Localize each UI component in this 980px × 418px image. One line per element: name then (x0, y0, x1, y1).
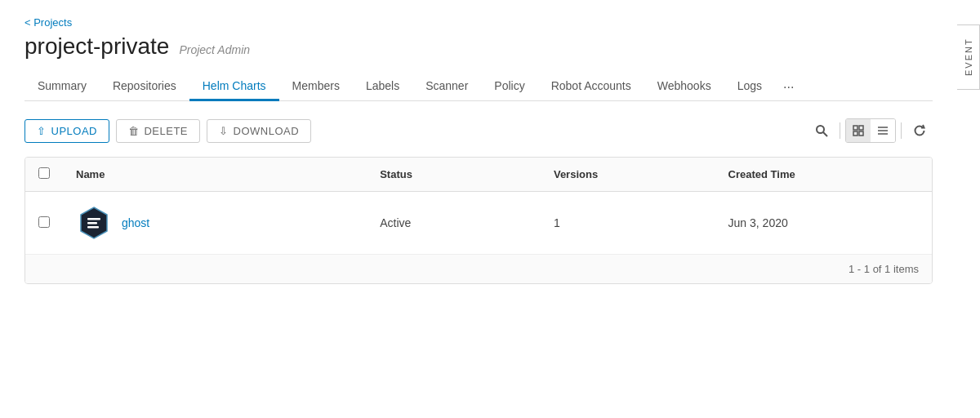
event-tab[interactable]: EVENT (957, 24, 980, 90)
upload-button[interactable]: ⇧ UPLOAD (24, 119, 109, 143)
versions-header: Versions (541, 158, 715, 192)
tab-summary[interactable]: Summary (24, 73, 100, 101)
breadcrumb[interactable]: < Projects (24, 16, 933, 29)
project-role: Project Admin (179, 43, 250, 56)
status-cell: Active (367, 192, 541, 255)
chart-icon-cell: ghost (76, 205, 354, 241)
created-time-cell: Jun 3, 2020 (715, 192, 932, 255)
list-icon (877, 125, 889, 136)
created-time-header: Created Time (715, 158, 932, 192)
view-toggle (845, 118, 896, 143)
svg-line-1 (823, 132, 827, 136)
tab-robot-accounts[interactable]: Robot Accounts (538, 73, 644, 101)
svg-rect-4 (853, 131, 858, 136)
download-button[interactable]: ⇩ DOWNLOAD (207, 119, 311, 143)
chart-name-link[interactable]: ghost (122, 216, 149, 229)
tab-repositories[interactable]: Repositories (100, 73, 189, 101)
helm-chart-icon (76, 205, 112, 241)
tab-logs[interactable]: Logs (724, 73, 775, 101)
search-icon (815, 124, 828, 137)
project-title-row: project-private Project Admin (24, 33, 933, 60)
table-row: ghost Active 1 Jun 3, 2020 (25, 192, 932, 255)
svg-rect-2 (853, 126, 858, 130)
versions-cell: 1 (541, 192, 715, 255)
table-pagination: 1 - 1 of 1 items (25, 254, 932, 283)
svg-rect-3 (859, 126, 863, 130)
select-all-checkbox[interactable] (38, 167, 50, 179)
svg-rect-12 (87, 226, 99, 229)
delete-button[interactable]: 🗑 DELETE (116, 119, 200, 143)
tab-scanner[interactable]: Scanner (412, 73, 481, 101)
svg-rect-10 (87, 218, 100, 220)
upload-icon: ⇧ (37, 125, 47, 137)
select-all-header (25, 158, 63, 192)
toolbar-divider (840, 122, 840, 139)
tab-labels[interactable]: Labels (353, 73, 412, 101)
table-header-row: Name Status Versions Created Time (25, 158, 932, 192)
table-container: Name Status Versions Created Time (24, 157, 933, 284)
svg-rect-11 (87, 222, 97, 225)
tab-more[interactable]: ··· (775, 73, 802, 101)
list-view-button[interactable] (871, 119, 895, 142)
download-icon: ⇩ (219, 125, 229, 137)
grid-icon (853, 125, 864, 136)
grid-view-button[interactable] (846, 119, 871, 142)
main-content: < Projects project-private Project Admin… (0, 0, 957, 284)
trash-icon: 🗑 (128, 125, 140, 137)
page-wrapper: EVENT < Projects project-private Project… (0, 0, 980, 418)
row-checkbox[interactable] (38, 216, 50, 228)
toolbar-divider-2 (901, 122, 902, 139)
row-checkbox-cell (25, 192, 63, 255)
tab-helm-charts[interactable]: Helm Charts (189, 73, 279, 101)
refresh-button[interactable] (906, 118, 933, 144)
svg-rect-5 (859, 131, 863, 136)
helm-charts-table: Name Status Versions Created Time (25, 158, 932, 254)
status-header: Status (367, 158, 541, 192)
toolbar: ⇧ UPLOAD 🗑 DELETE ⇩ DOWNLOAD (24, 118, 933, 144)
tabs-nav: Summary Repositories Helm Charts Members… (24, 73, 933, 101)
project-title: project-private (24, 33, 169, 60)
search-button[interactable] (808, 118, 835, 144)
refresh-icon (913, 124, 926, 137)
tab-webhooks[interactable]: Webhooks (644, 73, 724, 101)
tab-policy[interactable]: Policy (481, 73, 537, 101)
svg-point-0 (817, 126, 824, 133)
toolbar-right (808, 118, 933, 144)
name-cell: ghost (63, 192, 367, 255)
name-header: Name (63, 158, 367, 192)
tab-members[interactable]: Members (279, 73, 353, 101)
